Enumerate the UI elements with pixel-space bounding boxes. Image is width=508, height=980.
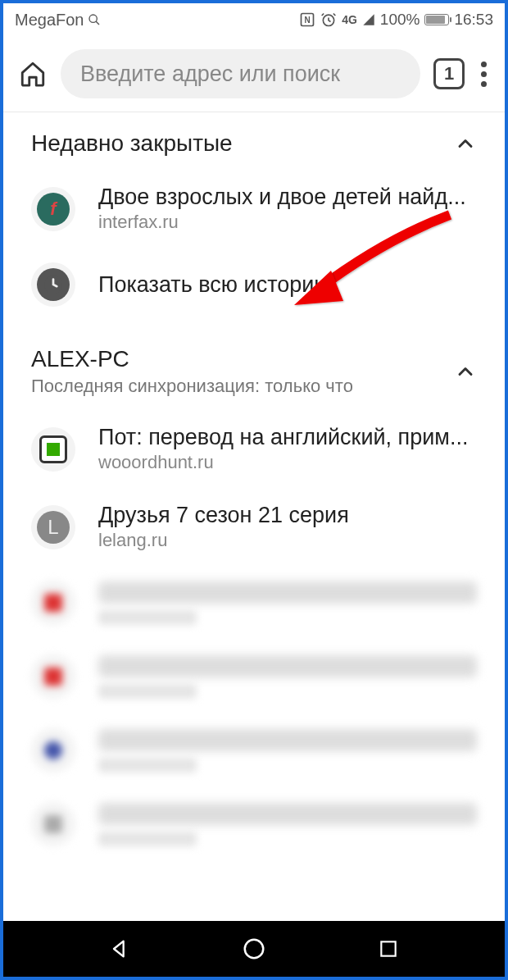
svg-point-7 xyxy=(245,940,264,959)
item-domain: interfax.ru xyxy=(98,212,477,233)
device-name: ALEX-PC xyxy=(31,346,353,372)
nfc-icon: N xyxy=(299,11,315,28)
item-title: Друзья 7 сезон 21 серия xyxy=(98,503,477,528)
status-bar: MegaFon N 4G 100% 16:53 xyxy=(3,3,505,36)
signal-icon xyxy=(362,13,375,26)
svg-rect-8 xyxy=(381,941,395,955)
history-item[interactable]: f Двое взрослых и двое детей найд... int… xyxy=(3,170,505,248)
address-bar[interactable]: Введите адрес или поиск xyxy=(61,49,420,98)
chevron-up-icon xyxy=(454,360,477,383)
network-label: 4G xyxy=(342,13,357,26)
recents-button[interactable] xyxy=(372,932,405,965)
battery-label: 100% xyxy=(380,11,420,29)
address-placeholder: Введите адрес или поиск xyxy=(80,62,340,87)
history-item[interactable]: L Друзья 7 сезон 21 серия lelang.ru xyxy=(3,488,505,566)
svg-point-0 xyxy=(89,15,97,22)
tab-count-label: 1 xyxy=(444,63,454,84)
alarm-icon xyxy=(320,11,337,28)
browser-toolbar: Введите адрес или поиск 1 xyxy=(3,36,505,112)
show-full-history[interactable]: Показать всю историю xyxy=(3,248,505,321)
item-domain: lelang.ru xyxy=(98,530,477,551)
show-all-label: Показать всю историю xyxy=(98,272,477,298)
history-item-blurred: x xyxy=(3,787,505,861)
android-nav-bar xyxy=(3,921,505,977)
battery-icon xyxy=(424,14,449,25)
history-item-blurred: x xyxy=(3,640,505,713)
clock-icon xyxy=(31,262,75,307)
history-item-blurred: x xyxy=(3,566,505,640)
history-item-blurred: x xyxy=(3,713,505,787)
favicon-icon xyxy=(31,427,75,472)
section-title: Недавно закрытые xyxy=(31,130,233,157)
item-title: Двое взрослых и двое детей найд... xyxy=(98,185,477,210)
carrier-label: MegaFon xyxy=(15,11,84,30)
search-icon xyxy=(88,13,101,26)
home-nav-button[interactable] xyxy=(238,932,270,965)
chevron-up-icon xyxy=(454,132,477,155)
favicon-icon: L xyxy=(31,505,75,549)
menu-button[interactable] xyxy=(478,58,490,90)
svg-line-1 xyxy=(96,21,99,25)
back-button[interactable] xyxy=(103,932,136,965)
item-title: Пот: перевод на английский, прим... xyxy=(98,425,477,450)
section-synced-device[interactable]: ALEX-PC Последняя синхронизация: только … xyxy=(3,321,505,410)
home-button[interactable] xyxy=(18,59,48,89)
item-domain: wooordhunt.ru xyxy=(98,452,477,473)
section-recently-closed[interactable]: Недавно закрытые xyxy=(3,112,505,170)
time-label: 16:53 xyxy=(454,11,493,29)
tab-switcher-button[interactable]: 1 xyxy=(433,58,465,89)
sync-status: Последняя синхронизация: только что xyxy=(31,376,353,397)
svg-text:N: N xyxy=(305,16,311,25)
favicon-icon: f xyxy=(31,187,75,231)
history-item[interactable]: Пот: перевод на английский, прим... wooo… xyxy=(3,410,505,488)
